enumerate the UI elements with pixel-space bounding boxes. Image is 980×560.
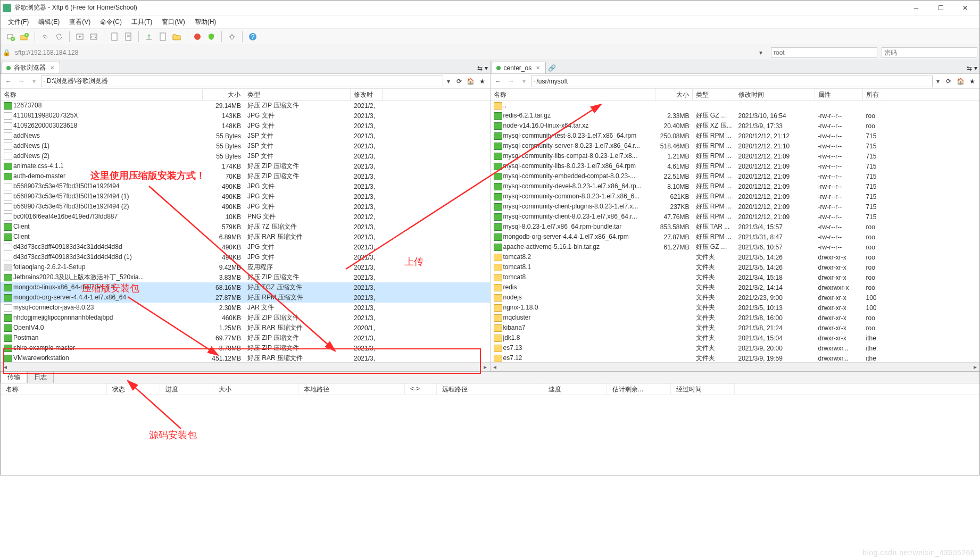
address-text[interactable]: sftp://192.168.184.128: [15, 49, 78, 56]
table-row[interactable]: mongodb-org-server-4.4.4-1.el7.x86_6427.…: [1, 292, 490, 303]
table-row[interactable]: addNews (1)55 BytesJSP 文件2021/3,: [1, 141, 490, 151]
forward-dd-icon[interactable]: ▾: [518, 76, 530, 87]
table-row[interactable]: tomcat8.2文件夹2021/3/5, 14:26drwxr-xr-xroo: [491, 252, 980, 262]
play-icon[interactable]: [74, 31, 85, 42]
table-row[interactable]: mongodb-linux-x86_64-rhel70-4.4.468.16MB…: [1, 282, 490, 292]
upload-icon[interactable]: [144, 31, 154, 42]
table-row[interactable]: bc0f016f6eaf4e16be419ed7f3fdd88710KBPNG …: [1, 212, 490, 222]
transfer-tab[interactable]: 传输: [1, 371, 27, 383]
table-row[interactable]: b5689073c53e457fbd3f50f1e192f494 (1)490K…: [1, 191, 490, 202]
transfer-list[interactable]: [1, 395, 979, 475]
column-header[interactable]: 名称: [1, 89, 203, 100]
pin-icon[interactable]: ▾: [974, 64, 977, 72]
doc2-icon[interactable]: [123, 31, 134, 42]
antivirus-icon[interactable]: [192, 31, 203, 42]
table-row[interactable]: tomcat8文件夹2021/3/4, 15:18drwxr-xr-xroo: [491, 272, 980, 282]
table-row[interactable]: es7.13文件夹2021/3/9, 20:00drwxrwxr...ithe: [491, 343, 980, 353]
gear-icon[interactable]: [227, 31, 237, 42]
menu-item[interactable]: 窗口(W): [157, 16, 189, 28]
table-row[interactable]: mysql-community-client-8.0.23-1.el7.x86_…: [491, 212, 980, 222]
table-row[interactable]: mysql-community-common-8.0.23-1.el7.x86_…: [491, 191, 980, 202]
table-row[interactable]: 1267370829.14MB好压 ZIP 压缩文件2021/2,: [1, 101, 490, 111]
table-row[interactable]: 41108119980207325X143KBJPG 文件2021/3,: [1, 111, 490, 121]
local-scrollbar[interactable]: ◂▸: [1, 362, 490, 371]
table-row[interactable]: mysql-community-libs-8.0.23-1.el7.x86_64…: [491, 161, 980, 171]
new-tab-icon[interactable]: [19, 31, 30, 42]
path-dropdown-icon[interactable]: ▾: [444, 78, 453, 85]
table-row[interactable]: redis文件夹2021/3/2, 14:14drwxrwxr-xroo: [491, 282, 980, 292]
remote-header[interactable]: 名称大小类型修改时间属性所有: [491, 89, 980, 101]
doc1-icon[interactable]: [109, 31, 120, 42]
menu-item[interactable]: 编辑(E): [34, 16, 64, 28]
column-header[interactable]: 大小: [655, 89, 693, 100]
column-header[interactable]: 速度: [543, 383, 607, 395]
column-header[interactable]: 属性: [815, 89, 863, 100]
transfer-tab[interactable]: 日志: [27, 371, 54, 383]
local-file-list[interactable]: 1267370829.14MB好压 ZIP 压缩文件2021/2,4110811…: [1, 101, 490, 362]
column-header[interactable]: 修改时: [351, 89, 383, 100]
column-header[interactable]: 类型: [693, 89, 735, 100]
table-row[interactable]: b5689073c53e457fbd3f50f1e192f494490KBJPG…: [1, 181, 490, 191]
table-row[interactable]: addNews (2)55 BytesJSP 文件2021/3,: [1, 151, 490, 161]
bookmark-icon[interactable]: ★: [477, 76, 488, 87]
table-row[interactable]: nginx-1.18.0文件夹2021/3/5, 10:13drwxr-xr-x…: [491, 303, 980, 313]
refresh-icon[interactable]: ⟳: [454, 76, 464, 87]
table-row[interactable]: mqcluster文件夹2021/3/8, 16:00drwxr-xr-xroo: [491, 313, 980, 323]
shield-icon[interactable]: [206, 31, 217, 42]
column-header[interactable]: 本地路径: [298, 383, 405, 395]
path-dropdown-icon[interactable]: ▾: [934, 78, 942, 85]
forward-icon[interactable]: →: [15, 76, 27, 87]
column-header[interactable]: 名称: [491, 89, 655, 100]
table-row[interactable]: mysql-community-libs-compat-8.0.23-1.el7…: [491, 151, 980, 161]
sync-icon[interactable]: [54, 31, 64, 42]
column-header[interactable]: 状态: [107, 383, 160, 395]
new-session-icon[interactable]: [5, 31, 16, 42]
close-button[interactable]: ✕: [953, 1, 977, 15]
password-input[interactable]: [882, 47, 977, 58]
column-header[interactable]: 所有: [863, 89, 884, 100]
tab-close-icon[interactable]: ✕: [49, 65, 55, 71]
table-row[interactable]: Client579KB好压 7Z 压缩文件2021/3,: [1, 222, 490, 232]
forward-dd-icon[interactable]: ▾: [28, 76, 40, 87]
table-row[interactable]: shiro-example-master8.78MB好压 ZIP 压缩文件202…: [1, 343, 490, 353]
refresh-icon[interactable]: ⟳: [943, 76, 954, 87]
menu-item[interactable]: 查看(V): [65, 16, 95, 28]
table-row[interactable]: mysql-connector-java-8.0.232.30MBJAR 文件2…: [1, 303, 490, 313]
table-row[interactable]: mysql-community-server-8.0.23-1.el7.x86_…: [491, 141, 980, 151]
column-header[interactable]: 修改时间: [735, 89, 815, 100]
help-icon[interactable]: ?: [247, 31, 258, 42]
split-icon[interactable]: ⇆: [967, 64, 972, 72]
table-row[interactable]: mysql-community-devel-8.0.23-1.el7.x86_6…: [491, 181, 980, 191]
table-row[interactable]: VMwareworkstation451.12MB好压 RAR 压缩文件2021…: [1, 353, 490, 362]
table-row[interactable]: Client6.89MB好压 RAR 压缩文件2021/3,: [1, 232, 490, 242]
column-header[interactable]: 大小: [203, 89, 244, 100]
folder-icon[interactable]: [171, 31, 182, 42]
table-row[interactable]: ..: [491, 101, 980, 111]
table-row[interactable]: es7.12文件夹2021/3/9, 19:59drwxrwxr...ithe: [491, 353, 980, 362]
table-row[interactable]: auth-demo-master70KB好压 ZIP 压缩文件2021/3,: [1, 171, 490, 181]
table-row[interactable]: fotiaoqiang-2.6.2-1-Setup9.42MB应用程序2021/…: [1, 262, 490, 272]
column-header[interactable]: 估计剩余...: [607, 383, 671, 395]
table-row[interactable]: redis-6.2.1.tar.gz2.33MB好压 GZ 压...2021/3…: [491, 111, 980, 121]
column-header[interactable]: 大小: [213, 383, 298, 395]
newfile-icon[interactable]: [157, 31, 168, 42]
column-header[interactable]: 远程路径: [437, 383, 543, 395]
table-row[interactable]: Jetbrains2020.3及以上版本激活补丁_520xia...3.83MB…: [1, 272, 490, 282]
column-header[interactable]: 类型: [244, 89, 351, 100]
local-tab[interactable]: 谷歌浏览器 ✕: [2, 62, 60, 73]
menu-item[interactable]: 帮助(H): [190, 16, 221, 28]
forward-icon[interactable]: →: [505, 76, 517, 87]
table-row[interactable]: Postman69.77MB好压 ZIP 压缩文件2021/3,: [1, 333, 490, 343]
split-icon[interactable]: ⇆: [477, 64, 483, 72]
back-icon[interactable]: ←: [493, 76, 504, 87]
pin-icon[interactable]: ▾: [485, 64, 488, 72]
remote-scrollbar[interactable]: ◂▸: [491, 362, 980, 371]
maximize-button[interactable]: ☐: [928, 1, 953, 15]
table-row[interactable]: addNews55 BytesJSP 文件2021/3,: [1, 131, 490, 141]
column-header[interactable]: 名称: [1, 383, 107, 395]
table-row[interactable]: nodejs文件夹2021/2/23, 9:00drwxr-xr-x100: [491, 292, 980, 303]
menu-item[interactable]: 文件(F): [4, 16, 33, 28]
table-row[interactable]: mysql-community-client-plugins-8.0.23-1.…: [491, 202, 980, 212]
menu-item[interactable]: 命令(C): [96, 16, 126, 28]
remote-tab[interactable]: center_os ✕: [492, 62, 546, 73]
